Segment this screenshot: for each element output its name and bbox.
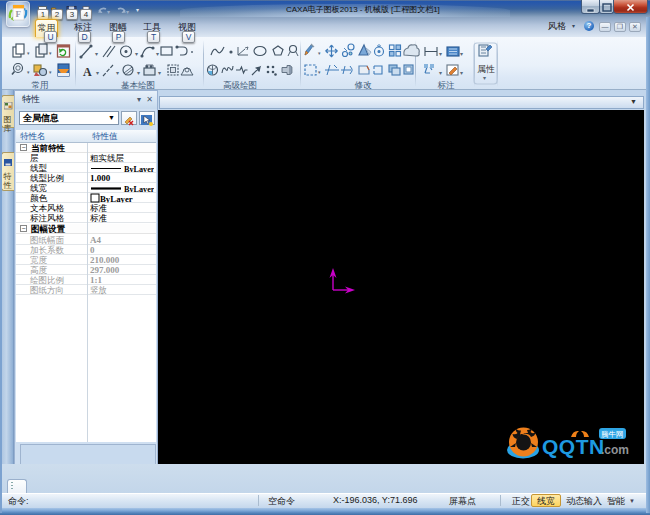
svg-text:▾: ▾ xyxy=(483,75,486,81)
svg-text:▾: ▾ xyxy=(318,69,321,75)
svg-text:▾: ▾ xyxy=(439,51,442,57)
svg-text:ByLayer: ByLayer xyxy=(100,194,133,203)
svg-text:▾: ▾ xyxy=(107,9,110,15)
svg-text:▾: ▾ xyxy=(95,51,98,57)
svg-text:ByLayer: ByLayer xyxy=(124,185,154,192)
svg-text:▾: ▾ xyxy=(460,70,463,76)
svg-text:▾: ▾ xyxy=(318,50,321,56)
svg-text:F: F xyxy=(16,9,22,19)
svg-text:▾: ▾ xyxy=(49,69,52,75)
svg-text:.com: .com xyxy=(601,443,629,457)
svg-text:▾: ▾ xyxy=(135,51,138,57)
svg-text:▾: ▾ xyxy=(460,51,463,57)
svg-text:▾: ▾ xyxy=(156,51,159,57)
svg-text:▾: ▾ xyxy=(49,50,52,56)
svg-text:A: A xyxy=(83,65,92,79)
svg-text:▾: ▾ xyxy=(126,9,129,15)
svg-text:▾: ▾ xyxy=(27,69,30,75)
svg-text:▾: ▾ xyxy=(137,70,140,76)
svg-text:▾: ▾ xyxy=(27,50,30,56)
svg-text:▾: ▾ xyxy=(96,70,99,76)
svg-text:▾: ▾ xyxy=(439,70,442,76)
svg-text:属性: 属性 xyxy=(477,64,495,74)
svg-text:▾: ▾ xyxy=(116,70,119,76)
svg-text:▾: ▾ xyxy=(158,70,161,76)
svg-text:腾牛网: 腾牛网 xyxy=(601,430,624,439)
svg-text:ByLayer: ByLayer xyxy=(124,165,154,172)
svg-text:QQTN: QQTN xyxy=(542,435,605,458)
